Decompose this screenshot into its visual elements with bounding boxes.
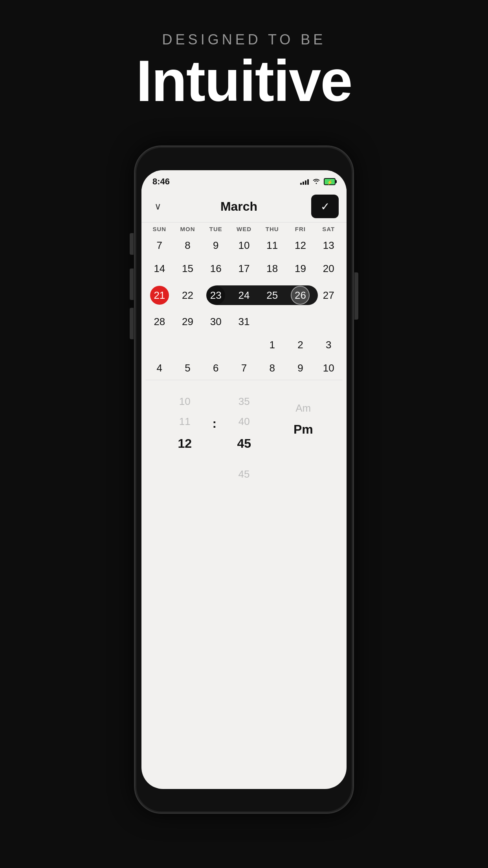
calendar-week-5: 1 2 3 bbox=[141, 333, 347, 357]
cal-next-day-3[interactable]: 3 bbox=[314, 333, 343, 357]
day-sun: SUN bbox=[145, 226, 174, 232]
cal-day-25[interactable]: 25 bbox=[258, 280, 286, 310]
cal-next-empty-4 bbox=[230, 333, 258, 357]
cal-next-day-8[interactable]: 8 bbox=[258, 357, 286, 380]
cal-next-day-5[interactable]: 5 bbox=[174, 357, 202, 380]
cal-day-29[interactable]: 29 bbox=[174, 310, 202, 333]
minute-35[interactable]: 35 bbox=[237, 392, 251, 412]
cal-day-empty-3 bbox=[314, 310, 343, 333]
cal-day-21[interactable]: 21 bbox=[145, 280, 174, 310]
cal-day-30[interactable]: 30 bbox=[202, 310, 230, 333]
cal-next-day-2[interactable]: 2 bbox=[286, 333, 315, 357]
time-picker[interactable]: 10 11 12 : 35 40 45 Am Pm bbox=[141, 380, 347, 467]
cal-day-15[interactable]: 15 bbox=[174, 257, 202, 280]
cal-day-27[interactable]: 27 bbox=[314, 280, 343, 310]
day-wed: WED bbox=[230, 226, 258, 232]
cal-day-23[interactable]: 23 bbox=[202, 280, 230, 310]
phone-mockup: 8:46 ⚡ bbox=[134, 145, 354, 814]
signal-icon bbox=[300, 178, 309, 185]
calendar-week-6: 4 5 6 7 8 9 10 bbox=[141, 357, 347, 380]
hour-column[interactable]: 10 11 12 bbox=[178, 392, 192, 456]
time-colon: : bbox=[212, 416, 216, 431]
cal-day-10[interactable]: 10 bbox=[230, 234, 258, 257]
cal-day-7[interactable]: 7 bbox=[145, 234, 174, 257]
battery-icon: ⚡ bbox=[324, 178, 336, 185]
minute-column[interactable]: 35 40 45 bbox=[237, 392, 251, 456]
ampm-column[interactable]: Am Pm bbox=[294, 398, 313, 449]
day-sat: SAT bbox=[314, 226, 343, 232]
cal-next-day-10[interactable]: 10 bbox=[314, 357, 343, 380]
tagline: Intuitive bbox=[136, 52, 352, 110]
day-mon: MON bbox=[174, 226, 202, 232]
power-button bbox=[354, 272, 358, 320]
cal-day-14[interactable]: 14 bbox=[145, 257, 174, 280]
cal-next-day-6[interactable]: 6 bbox=[202, 357, 230, 380]
hour-11[interactable]: 11 bbox=[178, 412, 192, 432]
status-time: 8:46 bbox=[152, 177, 170, 187]
day-thu: THU bbox=[258, 226, 286, 232]
cal-next-day-9[interactable]: 9 bbox=[286, 357, 315, 380]
cal-day-empty-2 bbox=[286, 310, 315, 333]
am-option[interactable]: Am bbox=[295, 398, 311, 418]
volume-down-button bbox=[130, 308, 134, 339]
cal-next-day-1[interactable]: 1 bbox=[258, 333, 286, 357]
calendar-day-headers: SUN MON TUE WED THU FRI SAT bbox=[141, 222, 347, 234]
mute-button bbox=[130, 233, 134, 255]
cal-day-24[interactable]: 24 bbox=[230, 280, 258, 310]
cal-day-12[interactable]: 12 bbox=[286, 234, 315, 257]
calendar-header: ∨ March ✓ bbox=[141, 191, 347, 222]
confirm-button[interactable]: ✓ bbox=[311, 195, 339, 218]
cal-day-17[interactable]: 17 bbox=[230, 257, 258, 280]
phone-frame: 8:46 ⚡ bbox=[134, 145, 354, 814]
cal-day-20[interactable]: 20 bbox=[314, 257, 343, 280]
cal-day-22[interactable]: 22 bbox=[174, 280, 202, 310]
phone-screen: 8:46 ⚡ bbox=[141, 170, 347, 789]
calendar-week-3: 21 22 23 24 25 26 27 bbox=[141, 280, 347, 310]
cal-next-empty-2 bbox=[174, 333, 202, 357]
designed-label: DESIGNED TO BE bbox=[162, 31, 326, 48]
volume-up-button bbox=[130, 268, 134, 300]
day-tue: TUE bbox=[202, 226, 230, 232]
calendar-week-4: 28 29 30 31 bbox=[141, 310, 347, 333]
hour-10[interactable]: 10 bbox=[178, 392, 192, 412]
calendar-week-1: 7 8 9 10 11 12 13 bbox=[141, 234, 347, 257]
cal-next-day-4[interactable]: 4 bbox=[145, 357, 174, 380]
cal-day-16[interactable]: 16 bbox=[202, 257, 230, 280]
hour-12-selected[interactable]: 12 bbox=[178, 432, 192, 456]
cal-next-empty-3 bbox=[202, 333, 230, 357]
cal-day-31[interactable]: 31 bbox=[230, 310, 258, 333]
cal-day-8[interactable]: 8 bbox=[174, 234, 202, 257]
cal-day-empty-1 bbox=[258, 310, 286, 333]
minute-40[interactable]: 40 bbox=[237, 412, 251, 432]
cal-day-13[interactable]: 13 bbox=[314, 234, 343, 257]
wifi-icon bbox=[312, 178, 321, 186]
cal-day-19[interactable]: 19 bbox=[286, 257, 315, 280]
cal-day-9[interactable]: 9 bbox=[202, 234, 230, 257]
calendar-month: March bbox=[220, 199, 257, 214]
status-bar: 8:46 ⚡ bbox=[141, 170, 347, 191]
cal-day-28[interactable]: 28 bbox=[145, 310, 174, 333]
status-icons: ⚡ bbox=[300, 178, 336, 186]
minute-45-selected[interactable]: 45 bbox=[237, 432, 251, 456]
cal-next-empty-1 bbox=[145, 333, 174, 357]
cal-next-day-7[interactable]: 7 bbox=[230, 357, 258, 380]
cal-day-26[interactable]: 26 bbox=[286, 280, 315, 310]
time-scroll-hint: 45 bbox=[141, 467, 347, 487]
chevron-down-icon[interactable]: ∨ bbox=[149, 198, 167, 215]
day-fri: FRI bbox=[286, 226, 315, 232]
cal-day-18[interactable]: 18 bbox=[258, 257, 286, 280]
pm-option-selected[interactable]: Pm bbox=[294, 418, 313, 441]
cal-day-11[interactable]: 11 bbox=[258, 234, 286, 257]
calendar-week-2: 14 15 16 17 18 19 20 bbox=[141, 257, 347, 280]
